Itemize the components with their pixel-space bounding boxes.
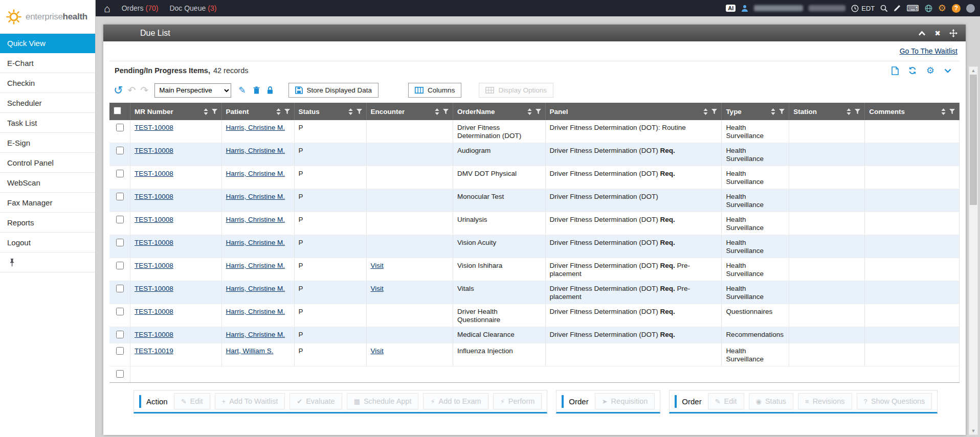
sort-icon[interactable] [276, 108, 281, 115]
sidebar-item-e-sign[interactable]: E-Sign [0, 133, 95, 153]
home-icon[interactable]: ⌂ [104, 3, 110, 14]
display-options-button[interactable]: Display Options [479, 83, 553, 98]
footer-button-edit[interactable]: ✎Edit [708, 393, 744, 409]
filter-icon[interactable] [949, 109, 955, 114]
mr-number-link[interactable]: TEST-10019 [135, 347, 173, 355]
row-checkbox[interactable] [116, 262, 124, 269]
column-header-status[interactable]: Status [294, 103, 366, 120]
sort-icon[interactable] [527, 108, 532, 115]
chevron-down-icon[interactable] [944, 68, 951, 73]
footer-button-add-to-waitlist[interactable]: +Add To Waitlist [215, 393, 285, 409]
filter-icon[interactable] [443, 109, 449, 114]
timezone-clock[interactable]: EDT [851, 5, 875, 12]
row-checkbox[interactable] [116, 147, 124, 154]
patient-link[interactable]: Harris, Christine M. [226, 216, 285, 223]
filter-icon[interactable] [855, 109, 860, 114]
undo-icon[interactable]: ↺ [114, 85, 123, 96]
row-checkbox[interactable] [116, 193, 124, 200]
row-checkbox[interactable] [116, 170, 124, 177]
patient-link[interactable]: Hart, William S. [226, 347, 274, 355]
sidebar-item-quick-view[interactable]: Quick View [0, 33, 95, 53]
row-checkbox[interactable] [116, 308, 124, 315]
help-icon[interactable]: ? [952, 4, 961, 13]
mr-number-link[interactable]: TEST-10008 [135, 262, 173, 269]
sidebar-item-task-list[interactable]: Task List [0, 113, 95, 133]
column-header-encounter[interactable]: Encounter [366, 103, 453, 120]
doc-queue-link[interactable]: Doc Queue(3) [169, 4, 216, 12]
columns-button[interactable]: Columns [408, 83, 461, 98]
new-document-icon[interactable] [892, 66, 899, 75]
sidebar-item-scheduler[interactable]: Scheduler [0, 93, 95, 113]
column-header-patient[interactable]: Patient [221, 103, 294, 120]
sidebar-item-checkin[interactable]: Checkin [0, 73, 95, 93]
vertical-scrollbar[interactable]: ▲ ▼ [969, 66, 978, 435]
mr-number-link[interactable]: TEST-10008 [135, 124, 173, 131]
row-checkbox[interactable] [116, 239, 124, 246]
column-header-type[interactable]: Type [722, 103, 789, 120]
patient-link[interactable]: Harris, Christine M. [226, 308, 285, 315]
sidebar-item-e-chart[interactable]: E-Chart [0, 53, 95, 73]
filter-icon[interactable] [284, 109, 290, 114]
grid-settings-gear-icon[interactable]: ⚙ [926, 66, 934, 75]
close-icon[interactable]: ✖ [934, 30, 941, 37]
footer-button-revisions[interactable]: ≡Revisions [798, 393, 852, 409]
patient-link[interactable]: Harris, Christine M. [226, 147, 285, 154]
sidebar-pin-button[interactable] [0, 252, 95, 272]
perspective-select[interactable]: Main Perspective [154, 83, 231, 98]
history-forward-icon[interactable]: ↷ [140, 85, 148, 95]
mr-number-link[interactable]: TEST-10008 [135, 193, 173, 200]
patient-link[interactable]: Harris, Christine M. [226, 124, 285, 131]
footer-button-perform[interactable]: ⚡Perform [493, 393, 542, 409]
patient-link[interactable]: Harris, Christine M. [226, 239, 285, 246]
column-header-ordername[interactable]: OrderName [453, 103, 545, 120]
collapse-icon[interactable] [918, 31, 926, 36]
patient-link[interactable]: Harris, Christine M. [226, 285, 285, 292]
sidebar-item-fax-manager[interactable]: Fax Manager [0, 193, 95, 213]
store-displayed-data-button[interactable]: Store Displayed Data [288, 83, 379, 98]
filter-icon[interactable] [212, 109, 217, 114]
select-all-checkbox[interactable] [114, 107, 121, 114]
scroll-down-arrow[interactable]: ▼ [969, 427, 977, 434]
user-icon[interactable] [741, 5, 748, 12]
refresh-icon[interactable] [908, 66, 917, 75]
mr-number-link[interactable]: TEST-10008 [135, 308, 173, 315]
history-back-icon[interactable]: ↶ [127, 85, 136, 95]
move-icon[interactable] [949, 29, 957, 37]
footer-button-requisition[interactable]: ➤Requisition [595, 393, 655, 409]
patient-link[interactable]: Harris, Christine M. [226, 170, 285, 177]
mr-number-link[interactable]: TEST-10008 [135, 216, 173, 223]
column-header-comments[interactable]: Comments [865, 103, 960, 120]
sort-icon[interactable] [941, 108, 946, 115]
filter-icon[interactable] [779, 109, 785, 114]
footer-button-edit[interactable]: ✎Edit [174, 393, 210, 409]
patient-link[interactable]: Harris, Christine M. [226, 193, 285, 200]
filter-icon[interactable] [357, 109, 362, 114]
sort-icon[interactable] [348, 108, 353, 115]
filter-icon[interactable] [536, 109, 541, 114]
patient-link[interactable]: Harris, Christine M. [226, 262, 285, 269]
column-header-mr-number[interactable]: MR Number [130, 103, 222, 120]
globe-icon[interactable] [925, 5, 932, 12]
window-titlebar[interactable]: Due List ✖ [103, 25, 966, 41]
delete-perspective-trash-icon[interactable] [253, 86, 260, 94]
column-header-panel[interactable]: Panel [545, 103, 722, 120]
mr-number-link[interactable]: TEST-10008 [135, 147, 173, 154]
lock-icon[interactable] [267, 86, 273, 94]
settings-gear-icon[interactable]: ⚙ [938, 4, 946, 13]
encounter-link[interactable]: Visit [371, 262, 384, 269]
edit-perspective-pencil-icon[interactable]: ✎ [238, 86, 246, 95]
footer-button-add-to-exam[interactable]: ⚡Add to Exam [423, 393, 488, 409]
column-header-station[interactable]: Station [789, 103, 865, 120]
tools-icon[interactable] [894, 5, 901, 12]
row-checkbox[interactable] [116, 347, 124, 355]
orders-link[interactable]: Orders(70) [122, 4, 159, 12]
sidebar-item-logout[interactable]: Logout [0, 233, 95, 252]
sort-icon[interactable] [703, 108, 708, 115]
encounter-link[interactable]: Visit [371, 347, 384, 355]
row-checkbox[interactable] [116, 370, 124, 378]
mr-number-link[interactable]: TEST-10008 [135, 239, 173, 246]
mr-number-link[interactable]: TEST-10008 [135, 331, 173, 338]
scrollbar-thumb[interactable] [970, 75, 977, 205]
sort-icon[interactable] [204, 108, 208, 115]
scroll-up-arrow[interactable]: ▲ [969, 67, 977, 74]
